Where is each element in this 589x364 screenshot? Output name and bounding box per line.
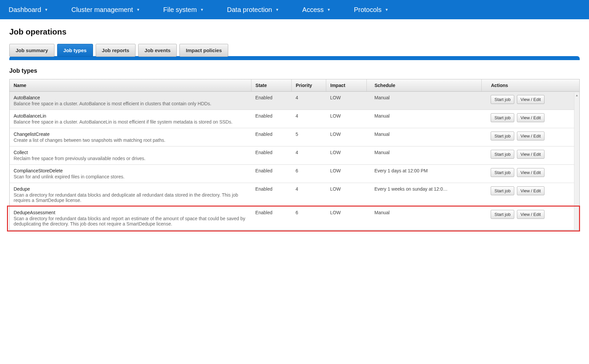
start-job-button[interactable]: Start job xyxy=(491,95,514,104)
tab-job-summary[interactable]: Job summary xyxy=(9,44,54,57)
job-description: Create a list of changes between two sna… xyxy=(14,137,247,143)
chevron-down-icon: ▼ xyxy=(385,8,389,12)
table-row: AutoBalanceLin Balance free space in a c… xyxy=(10,110,579,128)
job-impact: LOW xyxy=(326,165,366,183)
job-description: Scan a directory for redundant data bloc… xyxy=(14,192,247,203)
chevron-down-icon: ▼ xyxy=(45,8,48,12)
nav-access[interactable]: Access ▼ xyxy=(302,6,331,14)
job-impact: LOW xyxy=(326,207,366,230)
job-types-table-wrap: Name State Priority Impact Schedule Acti… xyxy=(9,79,580,230)
job-state: Enabled xyxy=(251,128,292,146)
job-state: Enabled xyxy=(251,183,292,207)
job-impact: LOW xyxy=(326,92,366,110)
job-description: Scan for and unlink expired files in com… xyxy=(14,174,247,179)
job-state: Enabled xyxy=(251,92,292,110)
view-edit-button[interactable]: View / Edit xyxy=(517,150,544,159)
job-state: Enabled xyxy=(251,146,292,165)
table-row: Dedupe Scan a directory for redundant da… xyxy=(10,183,579,207)
table-row: ComplianceStoreDelete Scan for and unlin… xyxy=(10,165,579,183)
chevron-down-icon: ▼ xyxy=(200,8,204,12)
view-edit-button[interactable]: View / Edit xyxy=(517,113,544,122)
job-description: Scan a directory for redundant data bloc… xyxy=(14,216,247,227)
nav-data-protection[interactable]: Data protection ▼ xyxy=(227,6,279,14)
view-edit-button[interactable]: View / Edit xyxy=(517,186,544,195)
col-header-actions: Actions xyxy=(481,79,579,92)
section-title: Job types xyxy=(9,67,580,74)
table-row: AutoBalance Balance free space in a clus… xyxy=(10,92,579,110)
col-header-name[interactable]: Name xyxy=(10,79,251,92)
chevron-down-icon: ▼ xyxy=(327,8,331,12)
job-schedule: Manual xyxy=(366,207,481,230)
col-header-state[interactable]: State xyxy=(251,79,292,92)
job-types-table: Name State Priority Impact Schedule Acti… xyxy=(10,79,579,230)
tab-underline xyxy=(9,56,580,60)
job-schedule: Manual xyxy=(366,128,481,146)
job-name: DedupeAssessment xyxy=(14,210,247,215)
nav-label: File system xyxy=(163,6,197,14)
job-priority: 4 xyxy=(292,110,326,128)
nav-protocols[interactable]: Protocols ▼ xyxy=(354,6,388,14)
job-name: Collect xyxy=(14,150,247,155)
job-name: AutoBalance xyxy=(14,95,247,100)
job-priority: 6 xyxy=(292,207,326,230)
start-job-button[interactable]: Start job xyxy=(491,132,514,140)
job-priority: 4 xyxy=(292,92,326,110)
job-name: Dedupe xyxy=(14,186,247,192)
job-description: Balance free space in a cluster. AutoBal… xyxy=(14,119,247,125)
job-impact: LOW xyxy=(326,146,366,165)
job-priority: 4 xyxy=(292,146,326,165)
nav-dashboard[interactable]: Dashboard ▼ xyxy=(9,6,48,14)
job-impact: LOW xyxy=(326,110,366,128)
job-name: ComplianceStoreDelete xyxy=(14,168,247,173)
job-schedule: Every 1 days at 12:00 PM xyxy=(366,165,481,183)
scroll-up-icon[interactable]: ▲ xyxy=(575,93,579,97)
job-priority: 4 xyxy=(292,183,326,207)
view-edit-button[interactable]: View / Edit xyxy=(517,132,544,140)
tab-job-types[interactable]: Job types xyxy=(57,44,93,57)
job-schedule: Every 1 weeks on sunday at 12:0… xyxy=(366,183,481,207)
job-state: Enabled xyxy=(251,110,292,128)
chevron-down-icon: ▼ xyxy=(136,8,140,12)
start-job-button[interactable]: Start job xyxy=(491,210,514,219)
page-title: Job operations xyxy=(9,27,580,37)
tabs-row: Job summary Job types Job reports Job ev… xyxy=(9,44,580,57)
nav-label: Data protection xyxy=(227,6,272,14)
job-impact: LOW xyxy=(326,183,366,207)
job-state: Enabled xyxy=(251,165,292,183)
nav-file-system[interactable]: File system ▼ xyxy=(163,6,204,14)
job-name: ChangelistCreate xyxy=(14,132,247,137)
view-edit-button[interactable]: View / Edit xyxy=(517,168,544,177)
chevron-down-icon: ▼ xyxy=(275,8,279,12)
job-priority: 6 xyxy=(292,165,326,183)
job-name: AutoBalanceLin xyxy=(14,113,247,119)
start-job-button[interactable]: Start job xyxy=(491,150,514,159)
scrollbar[interactable]: ▲ xyxy=(574,93,579,230)
job-description: Balance free space in a cluster. AutoBal… xyxy=(14,101,247,106)
view-edit-button[interactable]: View / Edit xyxy=(517,210,544,219)
top-navbar: Dashboard ▼ Cluster management ▼ File sy… xyxy=(0,0,589,19)
job-impact: LOW xyxy=(326,128,366,146)
tab-job-reports[interactable]: Job reports xyxy=(96,44,136,57)
job-state: Enabled xyxy=(251,207,292,230)
nav-label: Dashboard xyxy=(9,6,41,14)
col-header-priority[interactable]: Priority xyxy=(292,79,326,92)
start-job-button[interactable]: Start job xyxy=(491,113,514,122)
nav-label: Protocols xyxy=(354,6,381,14)
nav-label: Cluster management xyxy=(71,6,133,14)
job-priority: 5 xyxy=(292,128,326,146)
nav-cluster-management[interactable]: Cluster management ▼ xyxy=(71,6,140,14)
table-row: Collect Reclaim free space from previous… xyxy=(10,146,579,165)
view-edit-button[interactable]: View / Edit xyxy=(517,95,544,104)
table-row: DedupeAssessment Scan a directory for re… xyxy=(10,207,579,230)
nav-label: Access xyxy=(302,6,324,14)
job-schedule: Manual xyxy=(366,110,481,128)
col-header-impact[interactable]: Impact xyxy=(326,79,366,92)
job-description: Reclaim free space from previously unava… xyxy=(14,156,247,161)
table-row: ChangelistCreate Create a list of change… xyxy=(10,128,579,146)
start-job-button[interactable]: Start job xyxy=(491,168,514,177)
tab-impact-policies[interactable]: Impact policies xyxy=(179,44,228,57)
start-job-button[interactable]: Start job xyxy=(491,186,514,195)
tab-job-events[interactable]: Job events xyxy=(138,44,177,57)
col-header-schedule[interactable]: Schedule xyxy=(366,79,481,92)
job-schedule: Manual xyxy=(366,92,481,110)
